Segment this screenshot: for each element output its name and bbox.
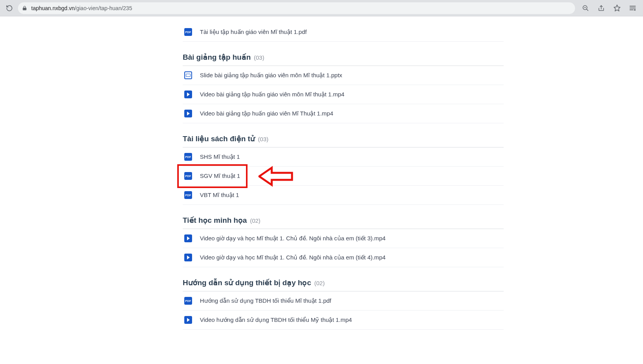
file-name: SGV Mĩ thuật 1 bbox=[200, 172, 240, 179]
section-title: Tiết học minh họa bbox=[183, 216, 247, 225]
url-text: taphuan.nxbgd.vn/giao-vien/tap-huan/235 bbox=[31, 5, 132, 11]
file-name: SHS Mĩ thuật 1 bbox=[200, 153, 240, 160]
section-count: (02) bbox=[250, 217, 260, 224]
reload-icon bbox=[6, 5, 13, 12]
zoom-out-icon bbox=[582, 5, 589, 12]
section-header: Tiết học minh họa(02) bbox=[183, 216, 504, 229]
file-name: Slide bài giảng tập huấn giáo viên môn M… bbox=[200, 72, 342, 79]
chrome-actions bbox=[581, 3, 638, 13]
section-title: Tài liệu sách điện tử bbox=[183, 134, 255, 143]
zoom-out-button[interactable] bbox=[581, 3, 591, 13]
section-header: Tài liệu sách điện tử(03) bbox=[183, 134, 504, 147]
pdf-file-icon: PDF bbox=[184, 153, 192, 161]
browser-toolbar: taphuan.nxbgd.vn/giao-vien/tap-huan/235 bbox=[0, 0, 643, 16]
reading-list-icon bbox=[629, 4, 636, 12]
svg-marker-3 bbox=[614, 5, 620, 11]
video-file-icon bbox=[184, 91, 192, 98]
section: Bài giảng tập huấn(03)Slide bài giảng tậ… bbox=[183, 53, 504, 123]
file-row[interactable]: Video giờ dạy và học Mĩ thuật 1. Chủ đề.… bbox=[183, 248, 504, 267]
pdf-file-icon: PDF bbox=[184, 28, 192, 36]
file-row[interactable]: Slide bài giảng tập huấn giáo viên môn M… bbox=[183, 66, 504, 85]
page-body: PDFTài liệu tập huấn giáo viên Mĩ thuật … bbox=[0, 16, 643, 330]
file-row[interactable]: PDFHướng dẫn sử dụng TBDH tối thiểu Mĩ t… bbox=[183, 291, 504, 311]
section-header: Bài giảng tập huấn(03) bbox=[183, 53, 504, 66]
section-count: (03) bbox=[254, 54, 264, 61]
url-host: taphuan.nxbgd.vn bbox=[31, 5, 75, 11]
file-row[interactable]: Video giờ dạy và học Mĩ thuật 1. Chủ đề.… bbox=[183, 229, 504, 248]
content: PDFTài liệu tập huấn giáo viên Mĩ thuật … bbox=[183, 23, 504, 330]
file-name: VBT Mĩ thuật 1 bbox=[200, 192, 239, 199]
section-title: Hướng dẫn sử dụng thiết bị dạy học bbox=[183, 278, 311, 287]
file-row[interactable]: PDFVBT Mĩ thuật 1 bbox=[183, 186, 504, 205]
section-count: (03) bbox=[258, 136, 269, 142]
section: Tiết học minh họa(02)Video giờ dạy và họ… bbox=[183, 216, 504, 267]
section-header: Hướng dẫn sử dụng thiết bị dạy học(02) bbox=[183, 278, 504, 291]
file-name: Video giờ dạy và học Mĩ thuật 1. Chủ đề.… bbox=[200, 235, 386, 242]
section: Tài liệu sách điện tử(03)PDFSHS Mĩ thuật… bbox=[183, 134, 504, 205]
file-row[interactable]: PDFSGV Mĩ thuật 1 bbox=[183, 167, 504, 186]
file-name: Video giờ dạy và học Mĩ thuật 1. Chủ đề.… bbox=[200, 254, 386, 261]
pdf-file-icon: PDF bbox=[184, 191, 192, 199]
file-row[interactable]: Video hướng dẫn sử dụng TBDH tối thiểu M… bbox=[183, 311, 504, 330]
bookmark-button[interactable] bbox=[612, 3, 622, 13]
share-icon bbox=[598, 5, 605, 12]
file-row[interactable]: PDFTài liệu tập huấn giáo viên Mĩ thuật … bbox=[183, 23, 504, 42]
section-title: Bài giảng tập huấn bbox=[183, 53, 251, 62]
video-file-icon bbox=[184, 110, 192, 117]
address-bar[interactable]: taphuan.nxbgd.vn/giao-vien/tap-huan/235 bbox=[18, 2, 575, 14]
file-name: Video bài giảng tập huấn giáo viên Mĩ Th… bbox=[200, 110, 333, 117]
share-button[interactable] bbox=[596, 3, 606, 13]
section: PDFTài liệu tập huấn giáo viên Mĩ thuật … bbox=[183, 23, 504, 42]
section: Hướng dẫn sử dụng thiết bị dạy học(02)PD… bbox=[183, 278, 504, 330]
pdf-file-icon: PDF bbox=[184, 172, 192, 180]
lock-icon bbox=[22, 5, 27, 11]
file-row[interactable]: Video bài giảng tập huấn giáo viên Mĩ Th… bbox=[183, 104, 504, 123]
url-path: /giao-vien/tap-huan/235 bbox=[75, 5, 132, 11]
reading-list-button[interactable] bbox=[627, 3, 638, 13]
file-name: Tài liệu tập huấn giáo viên Mĩ thuật 1.p… bbox=[200, 28, 307, 36]
video-file-icon bbox=[184, 234, 192, 242]
svg-line-2 bbox=[586, 9, 588, 11]
file-row[interactable]: PDFSHS Mĩ thuật 1 bbox=[183, 147, 504, 167]
video-file-icon bbox=[184, 316, 192, 324]
file-name: Hướng dẫn sử dụng TBDH tối thiểu Mĩ thuậ… bbox=[200, 297, 331, 304]
star-icon bbox=[613, 4, 621, 12]
reload-button[interactable] bbox=[4, 3, 15, 14]
file-name: Video hướng dẫn sử dụng TBDH tối thiểu M… bbox=[200, 316, 352, 323]
video-file-icon bbox=[184, 254, 192, 261]
pdf-file-icon: PDF bbox=[184, 297, 192, 305]
pptx-file-icon bbox=[184, 71, 192, 79]
section-count: (02) bbox=[314, 280, 325, 286]
file-row[interactable]: Video bài giảng tập huấn giáo viên môn M… bbox=[183, 85, 504, 104]
file-name: Video bài giảng tập huấn giáo viên môn M… bbox=[200, 91, 344, 98]
